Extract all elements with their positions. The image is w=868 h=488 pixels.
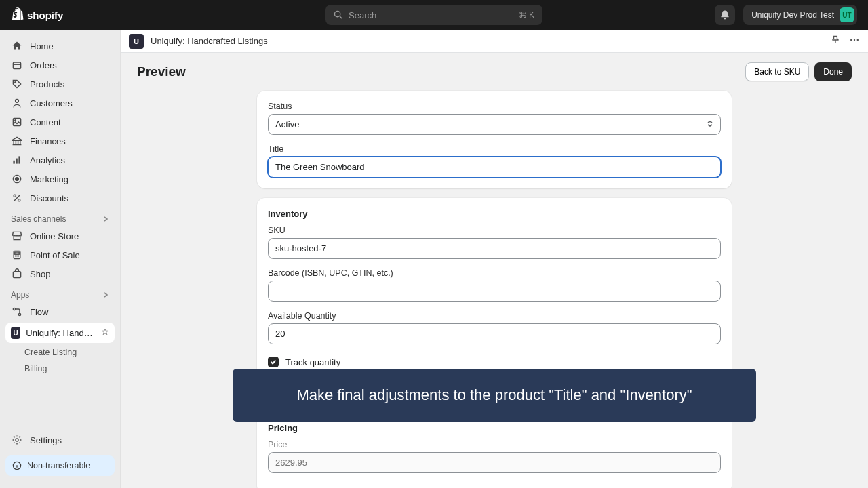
marketing-icon — [11, 173, 23, 185]
pricing-heading: Pricing — [268, 423, 721, 433]
avatar: UT — [840, 7, 854, 22]
svg-rect-7 — [16, 159, 17, 164]
svg-rect-1 — [13, 62, 20, 69]
content-icon — [11, 116, 23, 128]
store-switcher[interactable]: Uniquify Dev Prod Test UT — [743, 5, 857, 25]
svg-rect-8 — [18, 156, 20, 163]
barcode-label: Barcode (ISBN, UPC, GTIN, etc.) — [268, 268, 721, 278]
topbar: shopify Search ⌘ K Uniquify Dev Prod Tes… — [0, 0, 868, 30]
pricing-card: Pricing Price — [257, 412, 732, 488]
back-to-sku-button[interactable]: Back to SKU — [745, 62, 809, 81]
search-shortcut: ⌘ K — [519, 10, 534, 20]
sidebar-item-orders[interactable]: Orders — [5, 56, 115, 75]
inventory-heading: Inventory — [268, 209, 721, 219]
track-quantity-label: Track quantity — [285, 357, 340, 367]
sidebar-item-products[interactable]: Products — [5, 75, 115, 94]
flow-icon — [11, 306, 23, 318]
svg-point-24 — [854, 39, 855, 41]
status-title-card: Status Active Title — [257, 91, 732, 188]
price-input[interactable] — [268, 452, 721, 473]
sidebar-item-label: Online Store — [30, 231, 79, 241]
app-header: U Uniquify: Handcrafted Listings — [121, 30, 868, 53]
price-label: Price — [268, 440, 721, 449]
sidebar-item-analytics[interactable]: Analytics — [5, 150, 115, 169]
sidebar-item-label: Point of Sale — [30, 250, 80, 260]
svg-point-19 — [13, 308, 15, 310]
sku-label: SKU — [268, 226, 721, 235]
sidebar-item-online-store[interactable]: Online Store — [5, 226, 115, 245]
sidebar-item-label: Shop — [30, 269, 50, 279]
sidebar-item-home[interactable]: Home — [5, 37, 115, 56]
products-icon — [11, 78, 23, 90]
store-name: Uniquify Dev Prod Test — [751, 10, 834, 20]
sidebar-item-content[interactable]: Content — [5, 113, 115, 131]
orders-icon — [11, 59, 23, 71]
sidebar-item-label: Discounts — [30, 193, 68, 203]
sidebar-item-pos[interactable]: Point of Sale — [5, 245, 115, 264]
svg-point-2 — [15, 82, 16, 83]
pin-app-icon[interactable] — [830, 35, 841, 47]
sidebar-item-finances[interactable]: Finances — [5, 131, 115, 150]
status-select[interactable]: Active — [268, 114, 721, 135]
sidebar-item-uniquify[interactable]: U Uniquify: Handcrafte... — [5, 323, 115, 343]
sidebar-item-label: Uniquify: Handcrafte... — [26, 328, 96, 338]
info-icon — [12, 461, 22, 470]
app-title: Uniquify: Handcrafted Listings — [151, 36, 268, 46]
barcode-input[interactable] — [268, 281, 721, 302]
sidebar: Home Orders Products Customers Content F… — [0, 30, 121, 488]
chevron-right-icon — [102, 291, 109, 298]
instruction-banner: Make final adjustments to the product "T… — [233, 369, 756, 422]
customers-icon — [11, 97, 23, 109]
analytics-icon — [11, 154, 23, 166]
sidebar-item-label: Analytics — [30, 155, 65, 165]
sku-input[interactable] — [268, 238, 721, 259]
svg-point-12 — [14, 195, 16, 197]
quantity-input[interactable] — [268, 323, 721, 344]
svg-point-3 — [16, 99, 19, 102]
more-icon[interactable] — [849, 35, 860, 47]
sidebar-sub-create-listing[interactable]: Create Listing — [0, 344, 120, 361]
sidebar-item-settings[interactable]: Settings — [0, 430, 120, 450]
discounts-icon — [11, 192, 23, 204]
sidebar-item-flow[interactable]: Flow — [5, 302, 115, 321]
shopify-logo[interactable]: shopify — [11, 7, 63, 22]
track-quantity-checkbox[interactable] — [268, 357, 279, 367]
sidebar-item-label: Customers — [30, 98, 73, 108]
svg-point-13 — [18, 199, 20, 201]
page-title: Preview — [137, 64, 186, 79]
app-icon: U — [11, 327, 20, 339]
chevron-right-icon — [102, 216, 109, 222]
check-icon — [270, 359, 277, 365]
app-icon: U — [129, 34, 144, 49]
notifications-button[interactable] — [715, 5, 735, 25]
sidebar-sub-billing[interactable]: Billing — [0, 361, 120, 377]
svg-point-17 — [18, 256, 18, 256]
search-input[interactable]: Search ⌘ K — [326, 5, 542, 25]
sidebar-item-discounts[interactable]: Discounts — [5, 188, 115, 207]
pos-icon — [11, 249, 23, 261]
sidebar-item-customers[interactable]: Customers — [5, 94, 115, 113]
sidebar-section-sales-channels[interactable]: Sales channels — [0, 207, 120, 226]
sidebar-item-label: Home — [30, 41, 54, 52]
banner-text: Make final adjustments to the product "T… — [296, 386, 692, 403]
title-input[interactable] — [268, 157, 721, 178]
search-icon — [334, 10, 343, 20]
svg-rect-4 — [13, 118, 20, 125]
main-content: U Uniquify: Handcrafted Listings Preview… — [121, 30, 868, 488]
sidebar-item-marketing[interactable]: Marketing — [5, 169, 115, 188]
store-icon — [11, 230, 23, 242]
svg-point-23 — [850, 39, 852, 41]
svg-point-16 — [16, 256, 16, 256]
pin-icon[interactable] — [101, 328, 109, 338]
svg-point-25 — [857, 39, 859, 41]
sidebar-item-shop[interactable]: Shop — [5, 264, 115, 283]
search-placeholder: Search — [349, 10, 376, 20]
done-button[interactable]: Done — [814, 62, 852, 81]
quantity-label: Available Quantity — [268, 311, 721, 321]
non-transferable-banner[interactable]: Non-transferable — [5, 455, 115, 476]
sidebar-item-label: Orders — [30, 60, 57, 70]
sidebar-section-apps[interactable]: Apps — [0, 283, 120, 302]
banner-label: Non-transferable — [27, 461, 90, 470]
shop-icon — [11, 268, 23, 280]
sidebar-item-label: Content — [30, 117, 61, 127]
